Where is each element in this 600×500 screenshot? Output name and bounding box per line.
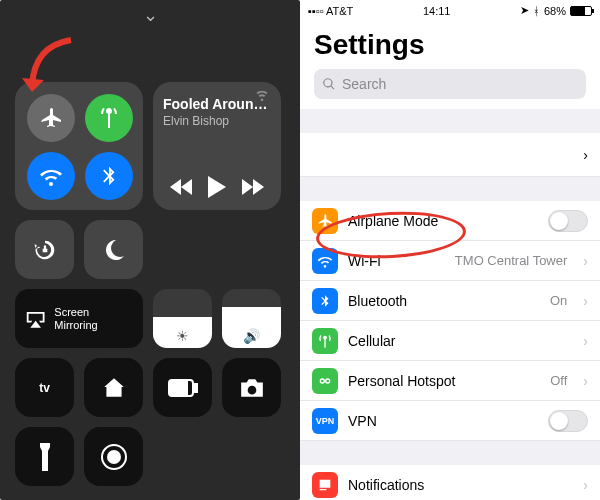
status-time: 14:11 — [423, 5, 451, 17]
cellular-row[interactable]: Cellular › — [300, 321, 600, 361]
orientation-lock-icon — [31, 236, 59, 264]
vpn-icon: VPN — [312, 408, 338, 434]
hotspot-row[interactable]: Personal Hotspot Off › — [300, 361, 600, 401]
bluetooth-icon — [312, 288, 338, 314]
apple-tv-remote-button[interactable]: tv — [15, 358, 74, 417]
now-playing-panel[interactable]: Fooled Around... Elvin Bishop — [153, 82, 281, 210]
page-title: Settings — [314, 29, 586, 61]
antenna-icon — [97, 106, 121, 130]
hotspot-icon — [312, 368, 338, 394]
battery-panel-icon — [168, 379, 198, 397]
orientation-lock-button[interactable] — [15, 220, 74, 279]
bluetooth-icon — [98, 165, 120, 187]
battery-percent: 68% — [544, 5, 566, 17]
moon-icon — [102, 238, 126, 262]
svg-point-4 — [107, 450, 121, 464]
bluetooth-value: On — [550, 293, 567, 308]
next-track-button[interactable] — [240, 178, 264, 200]
wifi-icon — [39, 164, 63, 188]
settings-screen: ▪▪▫▫ AT&T 14:11 ➤ ᚼ 68% Settings Search … — [300, 0, 600, 500]
carrier-label: AT&T — [326, 5, 353, 17]
homekit-icon — [101, 375, 127, 401]
vpn-switch[interactable] — [548, 410, 588, 432]
wifi-toggle[interactable] — [27, 152, 75, 200]
airplay-audio-icon — [253, 90, 271, 104]
battery-icon — [570, 6, 592, 16]
screen-mirroring-label: Screen Mirroring — [54, 306, 133, 330]
airplay-icon — [25, 309, 46, 329]
brightness-slider[interactable]: ☀ — [153, 289, 212, 348]
vpn-label: VPN — [348, 413, 377, 429]
status-bar: ▪▪▫▫ AT&T 14:11 ➤ ᚼ 68% — [300, 0, 600, 19]
speaker-icon: 🔊 — [222, 328, 281, 344]
notifications-row[interactable]: Notifications › — [300, 465, 600, 500]
play-button[interactable] — [207, 176, 227, 202]
chevron-right-icon: › — [583, 333, 588, 349]
airplane-icon — [39, 106, 63, 130]
search-placeholder: Search — [342, 76, 386, 92]
hotspot-value: Off — [550, 373, 567, 388]
screen-record-icon — [100, 443, 128, 471]
chevron-right-icon: › — [583, 253, 588, 269]
sun-icon: ☀ — [153, 328, 212, 344]
signal-bars-icon: ▪▪▫▫ — [308, 5, 326, 17]
camera-button[interactable] — [222, 358, 281, 417]
now-playing-artist: Elvin Bishop — [163, 114, 271, 128]
apple-tv-icon: tv — [39, 381, 50, 395]
wifi-row[interactable]: Wi-Fi TMO Central Tower › — [300, 241, 600, 281]
airplane-mode-label: Airplane Mode — [348, 213, 438, 229]
wifi-icon — [312, 248, 338, 274]
antenna-icon — [312, 328, 338, 354]
search-icon — [322, 77, 336, 91]
prev-track-button[interactable] — [170, 178, 194, 200]
airplane-mode-toggle[interactable] — [27, 94, 75, 142]
low-power-mode-button[interactable] — [153, 358, 212, 417]
location-icon: ➤ — [520, 4, 529, 17]
bluetooth-label: Bluetooth — [348, 293, 407, 309]
flashlight-icon — [38, 443, 52, 471]
flashlight-button[interactable] — [15, 427, 74, 486]
do-not-disturb-button[interactable] — [84, 220, 143, 279]
camera-icon — [239, 377, 265, 399]
chevron-right-icon: › — [583, 293, 588, 309]
bluetooth-status-icon: ᚼ — [533, 5, 540, 17]
wifi-value: TMO Central Tower — [455, 253, 567, 268]
chevron-right-icon: › — [583, 147, 588, 163]
cellular-label: Cellular — [348, 333, 395, 349]
svg-rect-1 — [194, 384, 197, 392]
svg-rect-2 — [171, 382, 187, 394]
bluetooth-row[interactable]: Bluetooth On › — [300, 281, 600, 321]
chevron-right-icon: › — [583, 477, 588, 493]
bluetooth-toggle[interactable] — [85, 152, 133, 200]
vpn-row[interactable]: VPN VPN — [300, 401, 600, 441]
screen-record-button[interactable] — [84, 427, 143, 486]
cellular-data-toggle[interactable] — [85, 94, 133, 142]
airplane-mode-switch[interactable] — [548, 210, 588, 232]
home-app-button[interactable] — [84, 358, 143, 417]
hotspot-label: Personal Hotspot — [348, 373, 455, 389]
search-input[interactable]: Search — [314, 69, 586, 99]
airplane-mode-row[interactable]: Airplane Mode — [300, 201, 600, 241]
control-center-panel: ⌄ — [0, 0, 300, 500]
volume-slider[interactable]: 🔊 — [222, 289, 281, 348]
apple-id-row[interactable]: › — [300, 133, 600, 177]
screen-mirroring-button[interactable]: Screen Mirroring — [15, 289, 143, 348]
notifications-icon — [312, 472, 338, 498]
connectivity-panel[interactable] — [15, 82, 143, 210]
notifications-label: Notifications — [348, 477, 424, 493]
chevron-right-icon: › — [583, 373, 588, 389]
chevron-down-icon[interactable]: ⌄ — [15, 4, 285, 26]
airplane-icon — [312, 208, 338, 234]
wifi-label: Wi-Fi — [348, 253, 381, 269]
